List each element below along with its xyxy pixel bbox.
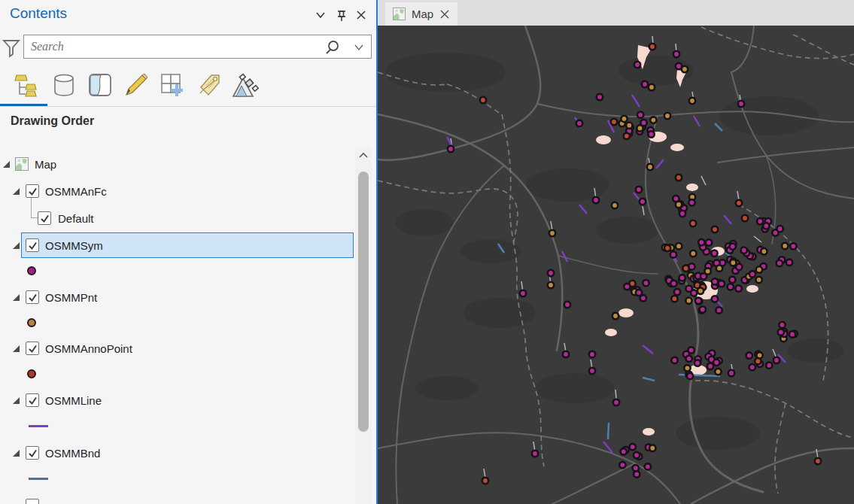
expand-triangle-icon[interactable] — [13, 188, 20, 195]
tab-label: Map — [412, 8, 433, 20]
tree-item-osmmannopoint[interactable]: OSMMAnnoPoint — [0, 335, 354, 361]
tree-item-osmmline[interactable]: OSMMLine — [0, 387, 354, 413]
map-view-tab[interactable]: Map — [385, 2, 457, 26]
scroll-up-icon[interactable] — [358, 150, 369, 161]
layer-checkbox[interactable] — [26, 184, 39, 198]
tree-item-label: Map — [35, 158, 56, 171]
layer-checkbox[interactable] — [38, 211, 51, 225]
map-thumbnail-icon — [15, 157, 29, 171]
list-by-selection-icon[interactable] — [86, 71, 114, 99]
tree-item-label: OSMMAnnoPoint — [45, 342, 132, 355]
arcgis-window: Contents — [0, 0, 854, 504]
symbol-row-osmmsym[interactable] — [0, 258, 354, 284]
scrollbar-thumb[interactable] — [358, 172, 369, 432]
list-by-perspective-icon[interactable] — [230, 71, 259, 99]
symbol-row-osmmpnt[interactable] — [0, 310, 354, 335]
expand-triangle-icon[interactable] — [13, 345, 20, 352]
section-heading: Drawing Order — [11, 114, 94, 128]
layer-checkbox[interactable] — [26, 393, 39, 407]
toolbar-divider — [0, 106, 378, 107]
tree-item-map[interactable]: Map — [0, 151, 354, 177]
filter-icon[interactable] — [2, 38, 20, 58]
tree-item-label: OSMMPnt — [45, 291, 97, 304]
tree-item-osmmpnt[interactable]: OSMMPnt — [0, 284, 354, 310]
map-thumbnail-icon — [393, 8, 406, 20]
layer-checkbox[interactable] — [26, 342, 39, 355]
search-input[interactable] — [24, 35, 371, 58]
layer-checkbox[interactable] — [26, 238, 39, 252]
tree-item-label: OSMMLine — [45, 394, 102, 407]
expand-triangle-icon[interactable] — [3, 161, 10, 168]
tree-item-label: OSMMBnd — [45, 447, 100, 460]
expand-triangle-icon[interactable] — [13, 397, 20, 404]
tree-item-partial[interactable] — [0, 496, 354, 504]
point-symbol-swatch[interactable] — [27, 318, 36, 327]
tree-item-osmmbnd[interactable]: OSMMBnd — [0, 440, 354, 466]
tree-item-osmmanfc[interactable]: OSMMAnFc — [0, 178, 354, 204]
panel-close-icon[interactable] — [354, 8, 368, 22]
expand-triangle-icon[interactable] — [13, 450, 20, 457]
view-tab-strip: Map — [378, 0, 854, 26]
expand-triangle-icon[interactable] — [13, 294, 20, 301]
tree-item-label: Default — [58, 212, 94, 225]
line-symbol-swatch[interactable] — [29, 425, 48, 427]
search-box — [23, 35, 372, 59]
list-by-labeling-icon[interactable] — [194, 71, 223, 99]
tree-scrollbar[interactable] — [355, 147, 372, 504]
list-by-data-source-icon[interactable] — [50, 71, 78, 99]
map-render — [378, 26, 854, 504]
pin-icon[interactable] — [335, 8, 348, 22]
tree-item-label: OSMMAnFc — [45, 185, 107, 198]
contents-panel: Contents — [0, 0, 378, 504]
map-canvas[interactable] — [378, 26, 854, 504]
symbol-row-osmmannopoint[interactable] — [0, 361, 354, 387]
tree-connector — [31, 198, 38, 218]
point-symbol-swatch[interactable] — [27, 266, 36, 275]
tab-close-icon[interactable] — [439, 9, 450, 20]
expand-triangle-icon[interactable] — [13, 242, 20, 249]
layer-checkbox[interactable] — [26, 446, 39, 460]
list-by-snapping-icon[interactable] — [158, 71, 187, 99]
symbol-row-osmmbnd[interactable] — [0, 466, 354, 491]
line-symbol-swatch[interactable] — [29, 478, 48, 480]
panel-collapse-chevron-icon[interactable] — [314, 8, 327, 22]
map-pane: Map — [378, 0, 854, 504]
point-symbol-swatch[interactable] — [27, 369, 36, 378]
tree-item-default[interactable]: Default — [0, 205, 354, 231]
layer-tree: Map OSMMAnFc Default — [0, 147, 355, 504]
layer-checkbox[interactable] — [26, 499, 39, 504]
search-options-chevron-icon[interactable] — [353, 41, 365, 53]
tree-item-label: OSMMSym — [45, 239, 103, 252]
layer-checkbox[interactable] — [26, 290, 39, 304]
list-by-drawing-order-icon[interactable] — [12, 71, 41, 99]
tree-item-osmmsym-selected[interactable]: OSMMSym — [0, 232, 354, 258]
list-by-editing-icon[interactable] — [122, 71, 150, 99]
panel-title: Contents — [10, 5, 67, 22]
symbol-row-osmmline[interactable] — [0, 413, 354, 439]
search-icon[interactable] — [324, 39, 341, 56]
